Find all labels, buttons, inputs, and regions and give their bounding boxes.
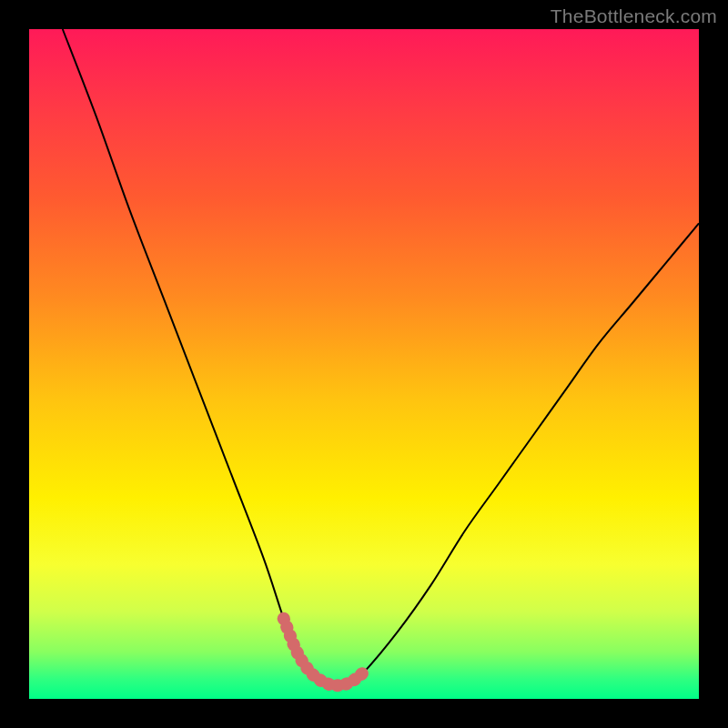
curve-layer: [29, 29, 699, 699]
bottleneck-curve: [63, 29, 699, 685]
chart-frame: TheBottleneck.com: [0, 0, 728, 728]
watermark-text: TheBottleneck.com: [551, 5, 717, 27]
trough-highlight: [284, 619, 364, 686]
plot-area: [29, 29, 699, 699]
